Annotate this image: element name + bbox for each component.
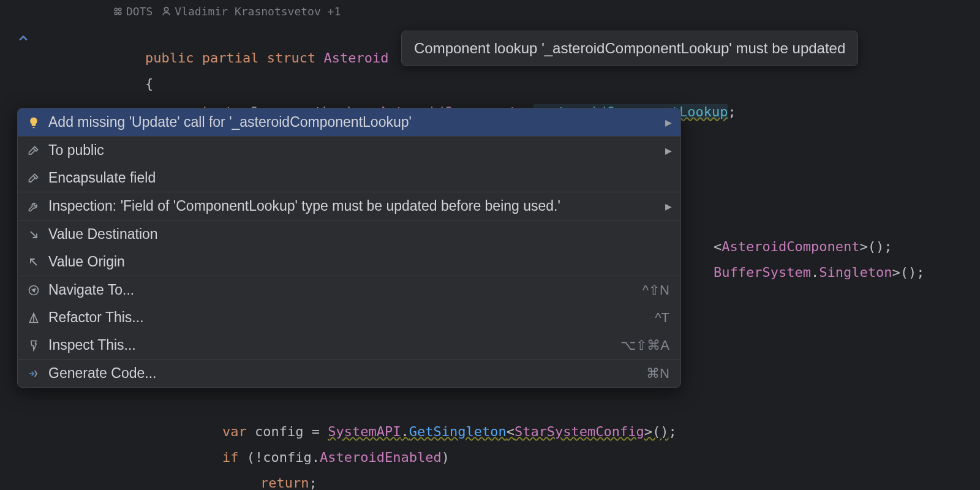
bulb-icon bbox=[26, 115, 41, 130]
popup-label: Inspect This... bbox=[48, 337, 620, 353]
code-line-return[interactable]: return; bbox=[228, 451, 317, 490]
popup-item-value-destination[interactable]: Value Destination bbox=[18, 221, 680, 248]
popup-shortcut: ⌥⇧⌘A bbox=[620, 337, 672, 353]
popup-item-value-origin[interactable]: Value Origin bbox=[18, 248, 680, 276]
code-lens-group[interactable]: DOTS bbox=[113, 5, 153, 18]
popup-item-inspection[interactable]: Inspection: 'Field of 'ComponentLookup' … bbox=[18, 192, 680, 220]
wrench-icon bbox=[26, 199, 41, 214]
popup-item-add-update[interactable]: Add missing 'Update' call for '_asteroid… bbox=[18, 108, 680, 136]
popup-item-navigate-to[interactable]: Navigate To... ^⇧N bbox=[18, 276, 680, 304]
code-lens[interactable]: DOTS Vladimir Krasnotsvetov +1 bbox=[113, 5, 341, 18]
popup-label: Refactor This... bbox=[48, 309, 655, 326]
svg-point-0 bbox=[115, 8, 117, 10]
svg-point-3 bbox=[119, 12, 121, 15]
code-lens-author-label: Vladimir Krasnotsvetov +1 bbox=[175, 5, 341, 18]
inspect-icon bbox=[26, 338, 41, 353]
code-line-brace[interactable]: { bbox=[113, 51, 153, 116]
popup-label: Add missing 'Update' call for '_asteroid… bbox=[48, 114, 659, 130]
inspection-tooltip: Component lookup '_asteroidComponentLook… bbox=[401, 31, 858, 66]
refactor-icon bbox=[26, 311, 41, 325]
arrow-down-right-icon bbox=[26, 227, 41, 242]
popup-item-refactor-this[interactable]: Refactor This... ^T bbox=[18, 304, 680, 331]
fold-gutter[interactable] bbox=[17, 32, 29, 47]
popup-item-encapsulate[interactable]: Encapsulate field bbox=[18, 164, 680, 192]
popup-item-to-public[interactable]: To public ▶ bbox=[18, 137, 680, 164]
arrow-up-left-icon bbox=[26, 255, 41, 270]
code-lens-group-label: DOTS bbox=[126, 5, 153, 18]
quick-fix-popup[interactable]: Add missing 'Update' call for '_asteroid… bbox=[17, 108, 681, 388]
svg-point-1 bbox=[119, 8, 121, 10]
inspection-tooltip-text: Component lookup '_asteroidComponentLook… bbox=[414, 40, 845, 56]
code-line-generic-tail-2[interactable]: BufferSystem.Singleton>(); bbox=[681, 240, 924, 305]
popup-shortcut: ^⇧N bbox=[643, 282, 672, 298]
popup-label: To public bbox=[48, 142, 659, 159]
popup-item-inspect-this[interactable]: Inspect This... ⌥⇧⌘A bbox=[18, 331, 680, 359]
popup-label: Inspection: 'Field of 'ComponentLookup' … bbox=[48, 198, 659, 214]
generate-icon bbox=[26, 366, 41, 381]
svg-point-4 bbox=[165, 7, 168, 11]
hammer-icon bbox=[26, 171, 41, 186]
hammer-icon bbox=[26, 143, 41, 158]
popup-label: Navigate To... bbox=[48, 282, 643, 298]
compass-icon bbox=[26, 283, 41, 298]
popup-shortcut: ^T bbox=[655, 310, 672, 326]
fold-icon[interactable] bbox=[17, 32, 29, 47]
svg-point-2 bbox=[115, 12, 117, 15]
popup-label: Generate Code... bbox=[48, 365, 646, 382]
chevron-right-icon: ▶ bbox=[665, 118, 672, 127]
popup-label: Value Destination bbox=[48, 226, 672, 243]
code-lens-author[interactable]: Vladimir Krasnotsvetov +1 bbox=[161, 5, 341, 18]
popup-label: Value Origin bbox=[48, 254, 672, 270]
popup-shortcut: ⌘N bbox=[646, 366, 672, 382]
chevron-right-icon: ▶ bbox=[665, 202, 672, 211]
popup-item-generate-code[interactable]: Generate Code... ⌘N bbox=[18, 360, 680, 387]
chevron-right-icon: ▶ bbox=[665, 146, 672, 156]
popup-label: Encapsulate field bbox=[48, 170, 672, 186]
